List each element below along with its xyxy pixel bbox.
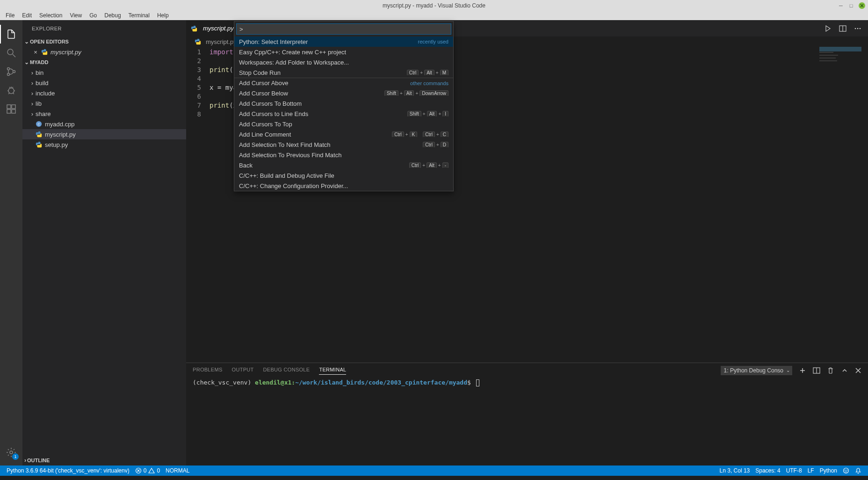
tree-item[interactable]: ›share [22, 109, 186, 119]
window-title: myscript.py - myadd - Visual Studio Code [383, 2, 485, 9]
tree-item[interactable]: myscript.py [22, 129, 186, 139]
command-palette-item[interactable]: Workspaces: Add Folder to Workspace... [234, 57, 453, 67]
tree-item[interactable]: Cmyadd.cpp [22, 119, 186, 129]
tree-item[interactable]: ›include [22, 88, 186, 98]
svg-point-9 [10, 451, 13, 454]
terminal-select[interactable]: 1: Python Debug Conso ⌄ [721, 366, 792, 375]
status-interpreter[interactable]: Python 3.6.9 64-bit ('check_vsc_venv': v… [4, 467, 132, 474]
command-palette-item[interactable]: C/C++: Build and Debug Active File [234, 170, 453, 181]
more-icon[interactable] [854, 25, 861, 32]
tree-item[interactable]: setup.py [22, 139, 186, 150]
status-problems[interactable]: 0 0 [132, 467, 163, 474]
activitybar: 1 [0, 20, 22, 465]
minimize-button[interactable]: ─ [838, 3, 844, 8]
terminal-cursor [476, 379, 479, 386]
split-editor-icon[interactable] [839, 25, 846, 32]
titlebar: myscript.py - myadd - Visual Studio Code… [0, 0, 868, 11]
close-panel-icon[interactable] [855, 367, 861, 374]
trash-icon[interactable] [827, 367, 834, 374]
command-palette-input[interactable]: > [236, 23, 451, 35]
maximize-panel-icon[interactable] [841, 367, 848, 374]
command-palette-item[interactable]: Add Cursor Aboveother commands [234, 78, 453, 88]
menu-go[interactable]: Go [86, 11, 101, 20]
code-content[interactable]: import print( x = mya print(x [210, 47, 237, 363]
maximize-button[interactable]: □ [848, 3, 854, 8]
chevron-right-icon: › [29, 80, 36, 87]
menu-edit[interactable]: Edit [18, 11, 36, 20]
command-palette-item[interactable]: Add Selection To Next Find MatchCtrl+D [234, 139, 453, 150]
activity-settings[interactable]: 1 [0, 443, 22, 462]
activity-scm[interactable] [0, 62, 22, 81]
split-terminal-icon[interactable] [813, 367, 820, 374]
chevron-right-icon: › [29, 100, 36, 107]
svg-rect-8 [12, 105, 15, 109]
chevron-right-icon: › [24, 457, 26, 464]
activity-extensions[interactable] [0, 100, 22, 118]
run-icon[interactable] [824, 25, 832, 32]
command-palette-item[interactable]: BackCtrl+Alt+- [234, 160, 453, 170]
terminal-body[interactable]: (check_vsc_venv) elendil@x1:~/work/islan… [186, 378, 868, 465]
command-palette-item[interactable]: Add Selection To Previous Find Match [234, 150, 453, 160]
menu-help[interactable]: Help [153, 11, 173, 20]
open-editors-header[interactable]: ⌄ OPEN EDITORS [22, 36, 186, 47]
python-file-icon [41, 49, 48, 55]
command-palette-item[interactable]: Python: Select Interpreterrecently used [234, 36, 453, 47]
svg-point-14 [857, 28, 859, 29]
menubar: File Edit Selection View Go Debug Termin… [0, 11, 868, 20]
svg-point-0 [7, 49, 13, 55]
command-palette-item[interactable]: C/C++: Change Configuration Provider... [234, 181, 453, 191]
command-palette-item[interactable]: Add Line CommentCtrl+K Ctrl+C [234, 129, 453, 139]
settings-badge: 1 [12, 453, 19, 460]
chevron-down-icon: ⌄ [24, 59, 29, 65]
status-vim-mode[interactable]: NORMAL [163, 467, 192, 474]
statusbar: Python 3.6.9 64-bit ('check_vsc_venv': v… [0, 465, 868, 476]
svg-point-15 [860, 28, 861, 29]
python-file-icon [36, 141, 42, 148]
status-cursor-pos[interactable]: Ln 3, Col 13 [717, 467, 753, 474]
panel-tab-problems[interactable]: PROBLEMS [193, 367, 223, 374]
menu-terminal[interactable]: Terminal [125, 11, 153, 20]
menu-selection[interactable]: Selection [36, 11, 66, 20]
menu-file[interactable]: File [2, 11, 18, 20]
status-bell-icon[interactable] [852, 467, 864, 474]
status-eol[interactable]: LF [805, 467, 817, 474]
status-encoding[interactable]: UTF-8 [783, 467, 805, 474]
close-icon[interactable]: × [32, 49, 39, 56]
activity-search[interactable] [0, 44, 22, 62]
command-palette-item[interactable]: Add Cursors To Top [234, 119, 453, 129]
command-palette-item[interactable]: Stop Code RunCtrl+Alt+M [234, 67, 453, 78]
activity-debug[interactable] [0, 81, 22, 100]
activity-explorer[interactable] [0, 25, 22, 44]
close-button[interactable] [859, 2, 865, 9]
python-file-icon [191, 25, 197, 32]
python-file-icon [195, 38, 201, 45]
status-feedback-icon[interactable] [840, 467, 852, 474]
command-palette-item[interactable]: Add Cursors to Line EndsShift+Alt+I [234, 109, 453, 119]
python-file-icon [36, 131, 42, 138]
svg-point-19 [845, 470, 846, 471]
svg-text:C: C [37, 123, 40, 126]
minimap[interactable] [819, 47, 861, 140]
panel-tab-output[interactable]: OUTPUT [232, 367, 254, 374]
open-editor-item[interactable]: × myscript.py [22, 47, 186, 57]
command-palette-item[interactable]: Easy Cpp/C++: Create new C++ project [234, 47, 453, 57]
sidebar: EXPLORER ⌄ OPEN EDITORS × myscript.py ⌄ … [22, 20, 186, 465]
menu-view[interactable]: View [66, 11, 86, 20]
outline-header[interactable]: › OUTLINE [22, 455, 186, 465]
tree-item[interactable]: ›bin [22, 67, 186, 78]
tree-item[interactable]: ›lib [22, 98, 186, 109]
tree-item[interactable]: ›build [22, 78, 186, 88]
panel-tabs: PROBLEMS OUTPUT DEBUG CONSOLE TERMINAL 1… [186, 363, 868, 378]
svg-rect-7 [12, 109, 15, 113]
command-palette-list: Python: Select Interpreterrecently usedE… [234, 36, 453, 191]
status-language[interactable]: Python [817, 467, 840, 474]
project-header[interactable]: ⌄ MYADD [22, 57, 186, 67]
command-palette-item[interactable]: Add Cursor BelowShift+Alt+DownArrow [234, 88, 453, 98]
menu-debug[interactable]: Debug [101, 11, 124, 20]
panel-tab-terminal[interactable]: TERMINAL [319, 367, 346, 375]
svg-point-13 [855, 28, 856, 29]
panel-tab-debug-console[interactable]: DEBUG CONSOLE [263, 367, 310, 374]
status-indentation[interactable]: Spaces: 4 [752, 467, 783, 474]
new-terminal-icon[interactable] [799, 367, 806, 374]
command-palette-item[interactable]: Add Cursors To Bottom [234, 98, 453, 109]
